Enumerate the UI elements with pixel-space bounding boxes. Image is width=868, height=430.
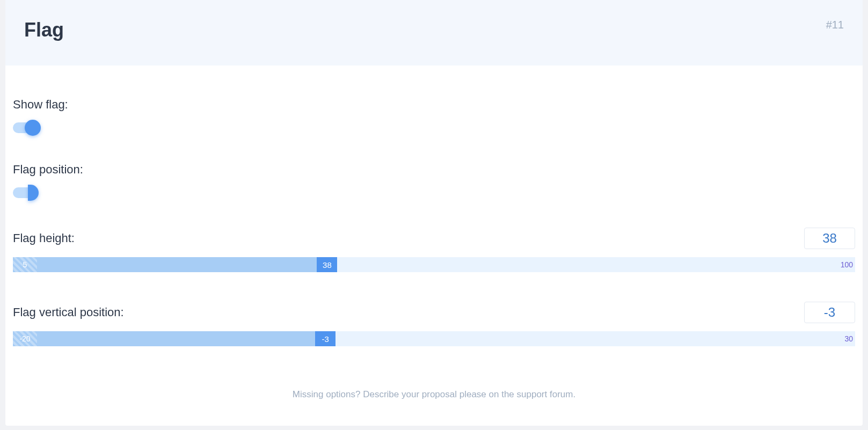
toggle-knob-icon <box>28 185 39 201</box>
show-flag-setting: Show flag: <box>13 98 855 133</box>
flag-position-toggle[interactable] <box>13 187 37 198</box>
flag-vertical-position-slider[interactable]: -20 -3 30 <box>13 331 855 346</box>
slider-handle[interactable]: -3 <box>315 331 335 346</box>
flag-height-label: Flag height: <box>13 231 75 245</box>
flag-height-input[interactable] <box>804 228 855 249</box>
flag-position-label: Flag position: <box>13 163 855 177</box>
panel-number: #11 <box>826 19 844 31</box>
panel-header: Flag #11 <box>5 0 863 65</box>
slider-handle[interactable]: 38 <box>317 257 337 272</box>
flag-vertical-position-setting: Flag vertical position: -20 -3 30 <box>13 302 855 346</box>
slider-fill <box>37 331 315 346</box>
panel-title: Flag <box>24 19 64 41</box>
flag-height-header: Flag height: <box>13 228 855 249</box>
show-flag-label: Show flag: <box>13 98 855 112</box>
slider-min-zone: -20 <box>13 331 37 346</box>
panel-body: Show flag: Flag position: Flag height: 5… <box>13 65 855 426</box>
slider-max-label: 100 <box>841 257 853 272</box>
flag-vertical-position-header: Flag vertical position: <box>13 302 855 323</box>
flag-vertical-position-input[interactable] <box>804 302 855 323</box>
settings-panel: Flag #11 Show flag: Flag position: Flag … <box>5 0 863 426</box>
toggle-knob-icon <box>25 120 41 136</box>
slider-min-zone: 5 <box>13 257 37 272</box>
show-flag-toggle[interactable] <box>13 122 37 133</box>
flag-position-setting: Flag position: <box>13 163 855 198</box>
flag-height-setting: Flag height: 5 38 100 <box>13 228 855 272</box>
flag-vertical-position-label: Flag vertical position: <box>13 305 124 319</box>
slider-max-label: 30 <box>844 331 853 346</box>
slider-fill <box>37 257 317 272</box>
flag-height-slider[interactable]: 5 38 100 <box>13 257 855 272</box>
footer-proposal-text: Missing options? Describe your proposal … <box>13 376 855 410</box>
